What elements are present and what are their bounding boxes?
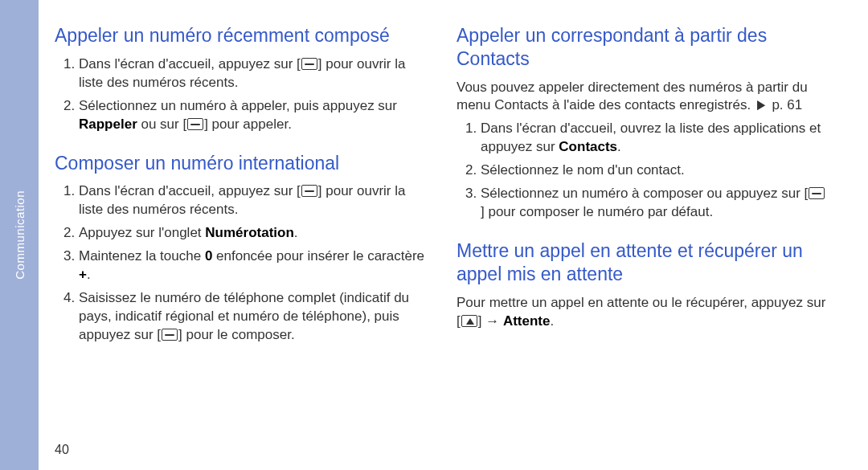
right-column: Appeler un correspondant à partir des Co… [457,24,826,462]
list-item: Dans l'écran d'accueil, appuyez sur [] p… [79,55,424,92]
heading-hold: Mettre un appel en attente et récupérer … [457,239,826,286]
call-key-icon [809,187,825,199]
lead-hold: Pour mettre un appel en attente ou le ré… [457,294,826,331]
list-item: Saisissez le numéro de téléphone complet… [79,289,424,345]
page-content: Appeler un numéro récemment composé Dans… [55,24,842,462]
section-international: Composer un numéro international Dans l'… [55,152,424,345]
list-item: Appuyez sur l'onglet Numérotation. [79,224,424,243]
list-item: Dans l'écran d'accueil, appuyez sur [] p… [79,182,424,219]
sidebar-section-label: Communication [13,190,27,280]
left-column: Appeler un numéro récemment composé Dans… [55,24,424,462]
list-item: Dans l'écran d'accueil, ouvrez la liste … [481,120,826,157]
heading-international: Composer un numéro international [55,152,424,175]
call-key-icon [301,58,317,70]
heading-recent-call: Appeler un numéro récemment composé [55,24,424,47]
list-item: Sélectionnez un numéro à composer ou app… [481,185,826,222]
list-recent-call: Dans l'écran d'accueil, appuyez sur [] p… [55,55,424,134]
page-ref-icon: ► [755,95,768,117]
list-international: Dans l'écran d'accueil, appuyez sur [] p… [55,182,424,345]
section-hold: Mettre un appel en attente et récupérer … [457,239,826,330]
section-contacts: Appeler un correspondant à partir des Co… [457,24,826,222]
heading-contacts: Appeler un correspondant à partir des Co… [457,24,826,71]
section-recent-call: Appeler un numéro récemment composé Dans… [55,24,424,134]
sidebar: Communication [0,0,39,470]
menu-key-icon [461,315,477,327]
page-number: 40 [55,443,69,457]
call-key-icon [301,185,317,197]
list-item: Sélectionnez le nom d'un contact. [481,161,826,180]
list-contacts: Dans l'écran d'accueil, ouvrez la liste … [457,120,826,222]
list-item: Maintenez la touche 0 enfoncée pour insé… [79,247,424,284]
call-key-icon [187,118,203,130]
lead-contacts: Vous pouvez appeler directement des numé… [457,79,826,116]
list-item: Sélectionnez un numéro à appeler, puis a… [79,97,424,134]
call-key-icon [162,329,178,341]
